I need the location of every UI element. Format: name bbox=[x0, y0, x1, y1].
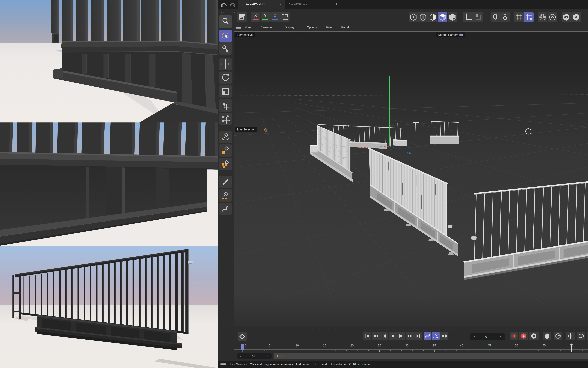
svg-text:A: A bbox=[522, 334, 525, 338]
svg-text:A: A bbox=[575, 15, 578, 19]
